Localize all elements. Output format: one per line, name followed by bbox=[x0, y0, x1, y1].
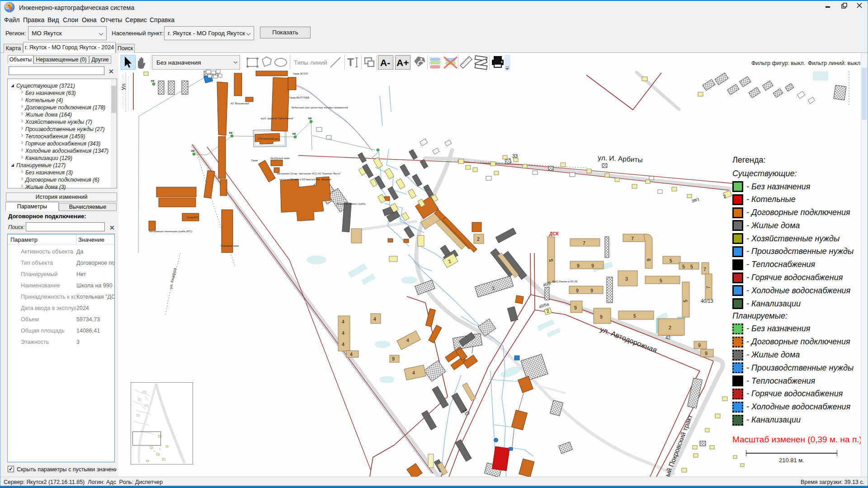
svg-text:ул. Кнафра: ул. Кнафра bbox=[168, 267, 177, 289]
svg-text:4: 4 bbox=[350, 352, 353, 357]
svg-text:5: 5 bbox=[682, 264, 685, 269]
svg-text:9: 9 bbox=[646, 258, 651, 261]
svg-text:5: 5 bbox=[683, 300, 688, 302]
svg-text:КК: КК bbox=[151, 80, 155, 82]
svg-text:Гараж: Гараж bbox=[251, 159, 258, 162]
svg-text:3: 3 bbox=[625, 276, 628, 282]
svg-text:АО "Верхоянская": АО "Верхоянская" bbox=[231, 102, 250, 105]
svg-text:Типы линий: Типы линий bbox=[294, 59, 327, 66]
svg-text:5: 5 bbox=[548, 259, 554, 262]
svg-text:A+: A+ bbox=[396, 57, 409, 68]
svg-text:9: 9 bbox=[591, 263, 594, 268]
svg-text:42: 42 bbox=[665, 335, 671, 340]
svg-text:4: 4 bbox=[412, 370, 415, 375]
svg-text:Ул: Ул bbox=[120, 84, 127, 90]
svg-text:мусб. здание В "Чабса Ранена": мусб. здание В "Чабса Ранена" bbox=[261, 117, 294, 120]
svg-text:5: 5 bbox=[660, 278, 662, 283]
svg-text:9: 9 bbox=[600, 314, 603, 319]
svg-text:КК: КК bbox=[229, 131, 233, 134]
svg-text:7: 7 bbox=[631, 236, 634, 241]
svg-text:ул. Автодорожная: ул. Автодорожная bbox=[599, 325, 658, 354]
svg-text:СТМ (канатный цех): СТМ (канатный цех) bbox=[258, 137, 279, 140]
svg-text:33: 33 bbox=[512, 153, 518, 159]
svg-text:Склад МТС: Склад МТС bbox=[187, 216, 199, 219]
svg-text:2: 2 bbox=[477, 236, 480, 242]
svg-text:5: 5 bbox=[633, 313, 636, 319]
svg-text:Гараж ВНУП ПАЕБ: Гараж ВНУП ПАЕБ bbox=[289, 96, 310, 99]
svg-text:5: 5 bbox=[690, 264, 693, 269]
svg-text:Без назначения: Без назначения bbox=[156, 59, 201, 66]
svg-text:7: 7 bbox=[583, 240, 585, 246]
svg-text:4: 4 bbox=[342, 342, 344, 347]
svg-text:T: T bbox=[347, 56, 354, 68]
svg-text:КК: КК bbox=[191, 150, 195, 152]
svg-text:ДСК: ДСК bbox=[549, 231, 559, 236]
svg-text:9: 9 bbox=[698, 343, 701, 348]
svg-text:ВААС Раиона по РС (Я): ВААС Раиона по РС (Я) bbox=[552, 280, 578, 283]
svg-text:5: 5 bbox=[670, 258, 672, 263]
svg-text:7: 7 bbox=[703, 267, 706, 272]
svg-text:2: 2 bbox=[669, 325, 671, 330]
svg-text:9: 9 bbox=[392, 356, 395, 361]
svg-text:Материально техническая служба: Материально техническая служба (МТС) bbox=[149, 230, 193, 233]
svg-text:ул. И. Арбиты: ул. И. Арбиты bbox=[598, 154, 643, 164]
svg-text:КК: КК bbox=[292, 132, 296, 135]
svg-text:A-: A- bbox=[380, 57, 390, 68]
svg-text:ый Покровский тракт: ый Покровский тракт bbox=[663, 413, 694, 477]
svg-text:40/13: 40/13 bbox=[701, 298, 713, 304]
svg-text:4: 4 bbox=[373, 316, 376, 322]
svg-text:38/1: 38/1 bbox=[691, 197, 700, 203]
svg-text:4: 4 bbox=[342, 330, 344, 336]
svg-text:Мастерская (Склад - мастерские: Мастерская (Склад - мастерские АСС) АО "… bbox=[277, 172, 341, 175]
svg-text:КК: КК bbox=[308, 117, 312, 120]
svg-text:9: 9 bbox=[574, 305, 577, 310]
svg-text:9: 9 bbox=[577, 263, 580, 268]
svg-text:4: 4 bbox=[406, 338, 409, 343]
svg-text:9: 9 bbox=[590, 288, 593, 293]
svg-text:9: 9 bbox=[576, 288, 579, 293]
svg-text:Подгорный гараж: Подгорный гараж bbox=[221, 244, 239, 247]
svg-text:школа на 990 мест в 203 кварта: школа на 990 мест в 203 квартале мкр. Зв… bbox=[279, 178, 331, 181]
svg-text:Гараж ЭСТОП: Гараж ЭСТОП bbox=[293, 72, 308, 75]
svg-text:Мебельный пункт диспетчера теп: Мебельный пункт диспетчера тепловых напр… bbox=[292, 106, 348, 109]
svg-text:7: 7 bbox=[706, 286, 711, 289]
svg-text:4: 4 bbox=[342, 319, 344, 324]
svg-text:9: 9 bbox=[705, 351, 708, 356]
svg-text:Вольер Кр. земных службы: Вольер Кр. земных службы bbox=[337, 202, 366, 205]
svg-text:Автобусный гараж: Автобусный гараж bbox=[270, 157, 290, 160]
